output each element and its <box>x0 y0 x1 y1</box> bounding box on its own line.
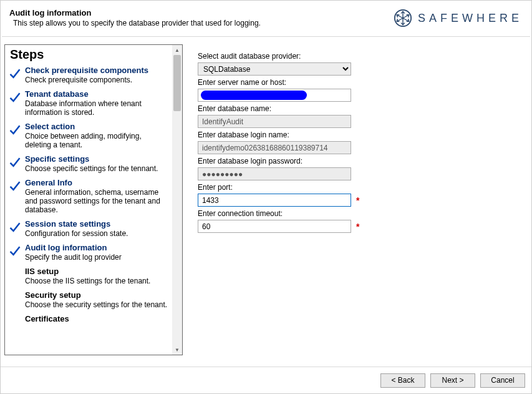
step-item-8[interactable]: Security setupChoose the security settin… <box>9 290 170 309</box>
step-title: Check prerequisite components <box>25 66 170 75</box>
step-icon-empty <box>9 292 21 305</box>
dbname-label: Enter database name: <box>198 104 516 113</box>
step-item-3[interactable]: Specific settingsChoose specific setting… <box>9 154 170 173</box>
step-desc: Choose the security settings for the ten… <box>25 300 170 309</box>
step-desc: Choose the IIS settings for the tenant. <box>25 277 170 285</box>
step-title: Audit log information <box>25 243 170 252</box>
step-title: Certificates <box>25 314 170 323</box>
step-item-6[interactable]: Audit log informationSpecify the audit l… <box>9 243 170 262</box>
step-title: Security setup <box>25 290 170 300</box>
scroll-down-icon[interactable]: ▼ <box>172 345 182 355</box>
step-title: Select action <box>25 122 170 131</box>
step-desc: Configuration for session state. <box>25 229 170 238</box>
step-desc: Choose specific settings for the tennant… <box>25 164 170 173</box>
server-input[interactable] <box>198 89 351 102</box>
step-item-0[interactable]: Check prerequisite componentsCheck prere… <box>9 66 170 84</box>
step-title: Tenant database <box>25 89 170 99</box>
login-label: Enter database login name: <box>198 131 516 139</box>
step-desc: Database information where tenant inform… <box>25 99 170 117</box>
step-desc: Check prerequisite components. <box>25 76 170 84</box>
svg-line-15 <box>409 15 409 17</box>
scroll-up-icon[interactable]: ▲ <box>172 45 182 55</box>
checkmark-icon <box>9 123 21 137</box>
checkmark-icon <box>9 155 21 169</box>
form-panel: Select audit database provider: SQLDatab… <box>183 44 529 358</box>
step-item-7[interactable]: IIS setupChoose the IIS settings for the… <box>9 267 170 285</box>
steps-scrollbar[interactable]: ▲ ▼ <box>172 45 182 355</box>
checkmark-icon <box>9 244 21 258</box>
step-desc: Choice between adding, modifying, deleti… <box>25 132 170 149</box>
step-icon-empty <box>9 315 21 329</box>
step-title: Session state settings <box>25 219 170 229</box>
step-item-2[interactable]: Select actionChoice between adding, modi… <box>9 122 170 149</box>
step-icon-empty <box>9 268 21 282</box>
timeout-input[interactable] <box>198 220 351 233</box>
timeout-label: Enter connection timeout: <box>198 209 516 218</box>
page-subtitle: This step allows you to specify the data… <box>13 19 261 27</box>
brand-logo: SAFEWHERE <box>394 6 523 27</box>
required-icon: * <box>356 195 359 205</box>
wizard-footer: < Back Next > Cancel <box>1 367 531 393</box>
step-title: IIS setup <box>25 267 170 276</box>
scroll-thumb[interactable] <box>173 55 181 111</box>
steps-heading: Steps <box>10 47 170 62</box>
checkmark-icon <box>9 220 21 234</box>
provider-select[interactable]: SQLDatabase <box>198 62 351 76</box>
password-input[interactable] <box>198 167 351 180</box>
step-item-5[interactable]: Session state settingsConfiguration for … <box>9 219 170 238</box>
port-label: Enter port: <box>198 183 516 192</box>
next-button[interactable]: Next > <box>430 373 475 388</box>
port-input[interactable] <box>198 194 351 207</box>
svg-line-13 <box>397 19 397 22</box>
server-label: Enter server name or host: <box>198 78 516 87</box>
password-label: Enter database login password: <box>198 157 516 165</box>
dbname-input[interactable] <box>198 115 351 128</box>
login-input[interactable] <box>198 141 351 154</box>
brand-name: SAFEWHERE <box>418 12 523 25</box>
checkmark-icon <box>9 91 21 104</box>
header-divider <box>2 36 530 37</box>
page-title: Audit log information <box>9 8 261 17</box>
step-title: General Info <box>25 178 170 187</box>
cancel-button[interactable]: Cancel <box>480 373 525 388</box>
svg-line-11 <box>409 19 409 22</box>
provider-label: Select audit database provider: <box>198 52 516 61</box>
snowflake-icon <box>394 9 412 27</box>
checkmark-icon <box>9 179 21 193</box>
step-desc: General information, schema, username an… <box>25 188 170 214</box>
steps-panel: Steps Check prerequisite componentsCheck… <box>4 44 183 355</box>
step-item-1[interactable]: Tenant databaseDatabase information wher… <box>9 89 170 117</box>
svg-line-9 <box>397 15 397 17</box>
step-item-4[interactable]: General InfoGeneral information, schema,… <box>9 178 170 214</box>
required-icon: * <box>356 222 359 232</box>
step-desc: Specify the audit log provider <box>25 253 170 262</box>
step-item-9[interactable]: Certificates <box>9 314 170 329</box>
back-button[interactable]: < Back <box>380 373 425 388</box>
step-title: Specific settings <box>25 154 170 164</box>
checkmark-icon <box>9 67 21 81</box>
